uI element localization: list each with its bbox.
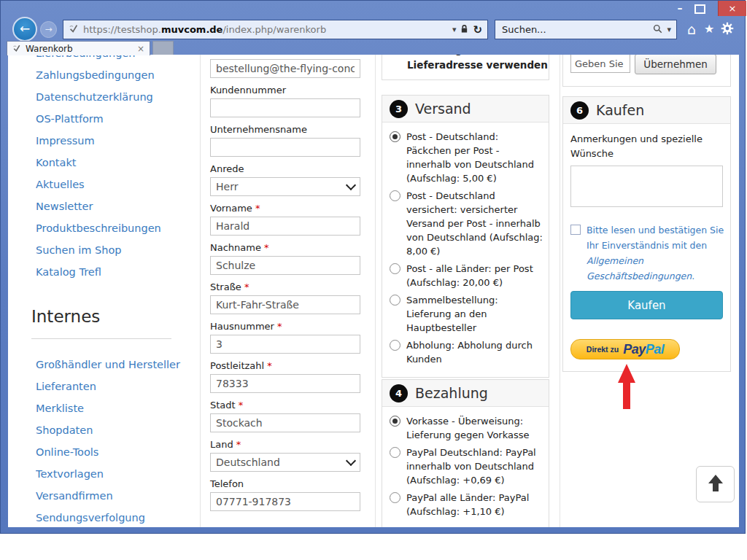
sidebar-item-6[interactable]: Aktuelles (36, 179, 201, 201)
shipping-option-4[interactable]: Abholung: Abholung durch Kunden (390, 338, 541, 366)
tab-favicon-icon (12, 42, 21, 55)
sidebar-item-8[interactable]: Produktbeschreibungen (36, 222, 201, 244)
back-button[interactable]: ← (12, 17, 37, 42)
option-label: Vorkasse - Überweisung: Lieferung gegen … (406, 414, 530, 442)
sidebar-item-4[interactable]: Impressum (36, 135, 201, 157)
minimize-button[interactable]: – (673, 3, 686, 15)
sidebar-internes-list: Großhändler und HerstellerLieferantenMer… (36, 359, 201, 527)
required-marker: * (241, 281, 249, 292)
star-icon[interactable]: ★ (704, 22, 714, 36)
shipping-option-0[interactable]: Post - Deutschland: Päckchen per Post - … (390, 130, 541, 185)
sidebar-top-list: LieferbedingungenZahlungsbedingungenDate… (36, 55, 201, 288)
shipping-option-3[interactable]: Sammelbestellung: Lieferung an den Haupt… (390, 293, 541, 335)
field-label: Unternehmensname (210, 124, 360, 135)
search-dropdown-icon[interactable]: ▾ (667, 25, 671, 34)
chevron-down-icon (346, 456, 356, 466)
sidebar-item-internes-2[interactable]: Merkliste (36, 402, 201, 424)
input-vorname[interactable] (210, 217, 360, 236)
input-telefon[interactable] (210, 492, 360, 511)
sidebar-item-2[interactable]: Datenschutzerklärung (36, 91, 201, 113)
payment-option-2[interactable]: PayPal alle Länder: PayPal (Aufschlag: +… (390, 491, 541, 518)
input-hausnummer[interactable] (210, 335, 360, 354)
shipping-options: Post - Deutschland: Päckchen per Post - … (382, 122, 549, 377)
tab-close-icon[interactable]: × (137, 44, 144, 53)
home-icon[interactable]: ⌂ (687, 22, 696, 36)
search-input[interactable] (500, 23, 649, 36)
refresh-icon[interactable]: ↻ (473, 23, 482, 36)
section-title: Kaufen (596, 102, 644, 118)
input-kundennummer[interactable] (210, 98, 360, 117)
shipping-option-2[interactable]: Post - alle Länder: per Post (Aufschlag:… (390, 262, 541, 289)
required-marker: * (274, 321, 282, 332)
search-box[interactable]: ▾ (495, 20, 677, 39)
section-title: Versand (415, 101, 471, 117)
radio-button[interactable] (390, 416, 400, 427)
input-postleitzahl[interactable] (210, 374, 360, 393)
search-icon[interactable] (653, 23, 662, 36)
sidebar-item-5[interactable]: Kontakt (36, 157, 201, 179)
sidebar-item-internes-7[interactable]: Sendungsverfolgung (36, 512, 201, 527)
input-straße[interactable] (210, 295, 360, 314)
paypal-button[interactable]: Direkt zu PayPal (570, 339, 680, 359)
sidebar-item-internes-5[interactable]: Textvorlagen (36, 468, 201, 490)
sidebar-item-3[interactable]: OS-Plattform (36, 113, 201, 135)
url-dropdown-icon[interactable]: ▾ (452, 25, 457, 34)
terms-checkbox[interactable] (570, 225, 581, 235)
radio-button[interactable] (390, 190, 400, 201)
sidebar-item-7[interactable]: Newsletter (36, 201, 201, 222)
input-nachname[interactable] (210, 256, 360, 275)
scroll-to-top-button[interactable] (696, 466, 735, 502)
shipping-section: 3 Versand Post - Deutschland: Päckchen p… (382, 95, 549, 378)
new-tab-button[interactable] (152, 41, 174, 55)
select-land[interactable]: Deutschland (210, 453, 360, 472)
field-label: Postleitzahl * (210, 360, 360, 371)
sidebar-item-internes-0[interactable]: Großhändler und Hersteller (36, 359, 201, 381)
voucher-input[interactable] (570, 55, 630, 73)
voucher-apply-button[interactable]: Übernehmen (635, 55, 716, 74)
select-value: Deutschland (216, 456, 280, 468)
page-content: LieferbedingungenZahlungsbedingungenDate… (8, 55, 739, 527)
sidebar-item-internes-3[interactable]: Shopdaten (36, 424, 201, 446)
select-anrede[interactable]: Herr (210, 177, 360, 196)
gear-icon[interactable] (721, 22, 734, 38)
radio-button[interactable] (390, 295, 400, 306)
option-label: Abholung: Abholung durch Kunden (406, 338, 533, 366)
payment-option-0[interactable]: Vorkasse - Überweisung: Lieferung gegen … (390, 414, 541, 442)
billing-address-box: Rechnungsadresse als Lieferadresse verwe… (382, 55, 549, 80)
required-marker: * (233, 439, 241, 450)
sidebar-item-internes-1[interactable]: Lieferanten (36, 381, 201, 402)
sidebar-item-9[interactable]: Suchen im Shop (36, 244, 201, 266)
sidebar-item-internes-4[interactable]: Online-Tools (36, 446, 201, 468)
tab-title: Warenkorb (26, 44, 133, 54)
sidebar-item-internes-6[interactable]: Versandfirmen (36, 490, 201, 512)
input-e-mail[interactable] (210, 59, 360, 78)
buy-button[interactable]: Kaufen (570, 291, 723, 319)
radio-button[interactable] (390, 131, 400, 142)
annotation-arrow-icon (618, 364, 635, 409)
shipping-option-1[interactable]: Post - Deutschland versichert: versicher… (390, 189, 541, 258)
maximize-button[interactable] (694, 4, 705, 14)
sidebar-item-10[interactable]: Katalog Trefl (36, 266, 201, 288)
field-label: Hausnummer * (210, 321, 360, 332)
required-marker: * (236, 400, 244, 411)
column-divider (560, 55, 560, 527)
sidebar-item-0[interactable]: Lieferbedingungen (36, 55, 201, 69)
input-stadt[interactable] (210, 413, 360, 432)
divider (31, 338, 171, 339)
tab-warenkorb[interactable]: Warenkorb × (7, 41, 150, 55)
address-bar[interactable]: https://testshop.muvcom.de/index.php/war… (63, 20, 488, 39)
input-unternehmensname[interactable] (210, 138, 360, 157)
terms-link[interactable]: Allgemeinen Geschäftsbedingungen (587, 255, 692, 281)
up-arrow-icon (706, 473, 725, 495)
notes-textarea[interactable] (570, 166, 723, 207)
notes-label: Anmerkungen und spezielle Wünsche (570, 132, 723, 161)
forward-button[interactable]: → (40, 21, 57, 38)
payment-option-1[interactable]: PayPal Deutschland: PayPal innerhalb von… (390, 446, 541, 487)
close-window-button[interactable]: × (718, 1, 746, 16)
radio-button[interactable] (390, 263, 400, 274)
radio-button[interactable] (390, 492, 400, 503)
radio-button[interactable] (390, 447, 400, 458)
sidebar-item-1[interactable]: Zahlungsbedingungen (36, 69, 201, 91)
radio-button[interactable] (390, 340, 400, 351)
option-label: Sammelbestellung: Lieferung an den Haupt… (406, 293, 498, 335)
